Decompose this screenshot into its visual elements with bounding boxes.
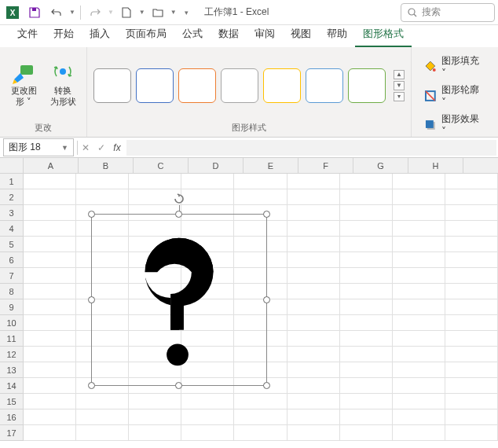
row-header[interactable]: 17 — [0, 425, 24, 441]
cell[interactable] — [393, 174, 445, 189]
cell[interactable] — [393, 347, 445, 362]
fx-icon[interactable]: fx — [109, 142, 125, 153]
shape-effects-button[interactable]: 图形效果 ˅ — [423, 112, 487, 138]
cell[interactable] — [393, 331, 445, 347]
row-header[interactable]: 12 — [0, 347, 24, 362]
cell[interactable] — [340, 252, 393, 268]
cell[interactable] — [24, 394, 76, 409]
tab-view[interactable]: 视图 — [283, 22, 319, 47]
row-header[interactable]: 10 — [0, 315, 24, 331]
cell[interactable] — [234, 409, 287, 425]
cell[interactable] — [393, 315, 445, 331]
cell[interactable] — [287, 205, 340, 221]
new-file-icon[interactable] — [117, 3, 136, 22]
cell[interactable] — [287, 189, 340, 205]
redo-icon[interactable] — [86, 3, 104, 22]
cell[interactable] — [340, 237, 393, 252]
col-header[interactable]: E — [244, 158, 298, 173]
cell[interactable] — [234, 425, 287, 441]
shape-style-5[interactable] — [263, 68, 301, 103]
row-header[interactable]: 7 — [0, 268, 24, 284]
cell[interactable] — [393, 237, 445, 252]
col-header[interactable]: C — [134, 158, 189, 173]
cell[interactable] — [24, 299, 76, 315]
col-header[interactable]: A — [24, 158, 79, 173]
qat-customize-icon[interactable]: ▾ — [185, 9, 189, 17]
excel-icon[interactable]: X — [3, 3, 22, 22]
save-icon[interactable] — [25, 3, 44, 22]
cell[interactable] — [76, 394, 129, 409]
cell[interactable] — [340, 347, 393, 362]
tab-file[interactable]: 文件 — [9, 22, 46, 47]
row-header[interactable]: 11 — [0, 331, 24, 347]
resize-handle-e[interactable] — [263, 296, 270, 303]
row-header[interactable]: 6 — [0, 252, 24, 268]
cell[interactable] — [340, 425, 393, 441]
cell[interactable] — [340, 284, 393, 299]
cell[interactable] — [445, 394, 498, 409]
cell[interactable] — [340, 189, 393, 205]
cell[interactable] — [24, 425, 76, 441]
open-icon[interactable] — [148, 3, 167, 22]
cell[interactable] — [393, 394, 445, 409]
col-header[interactable]: B — [79, 158, 134, 173]
tab-review[interactable]: 审阅 — [247, 22, 283, 47]
cell[interactable] — [287, 237, 340, 252]
cell[interactable] — [340, 299, 393, 315]
cell[interactable] — [287, 174, 340, 189]
convert-shape-button[interactable]: 转换 为形状 — [46, 61, 80, 109]
cell[interactable] — [24, 252, 76, 268]
cell[interactable] — [24, 315, 76, 331]
new-dropdown-icon[interactable]: ▼ — [139, 9, 145, 16]
cell[interactable] — [445, 299, 498, 315]
cell[interactable] — [393, 362, 445, 378]
cell[interactable] — [340, 362, 393, 378]
cell[interactable] — [445, 331, 498, 347]
formula-input[interactable] — [126, 140, 496, 156]
cell[interactable] — [24, 284, 76, 299]
question-mark-shape[interactable] — [92, 215, 266, 385]
cell[interactable] — [393, 189, 445, 205]
row-header[interactable]: 8 — [0, 284, 24, 299]
style-nav-more-icon[interactable]: ▾ — [394, 92, 405, 101]
cell[interactable] — [445, 284, 498, 299]
cell[interactable] — [445, 205, 498, 221]
cell[interactable] — [24, 268, 76, 284]
cell[interactable] — [340, 174, 393, 189]
cell[interactable] — [287, 362, 340, 378]
cell[interactable] — [76, 174, 129, 189]
cell[interactable] — [24, 205, 76, 221]
cell[interactable] — [393, 268, 445, 284]
cell[interactable] — [24, 237, 76, 252]
tab-home[interactable]: 开始 — [46, 22, 82, 47]
name-box[interactable]: 图形 18 ▼ — [3, 138, 74, 156]
cell[interactable] — [445, 221, 498, 237]
resize-handle-se[interactable] — [263, 382, 270, 389]
cell[interactable] — [445, 252, 498, 268]
col-header[interactable]: G — [353, 158, 408, 173]
cell[interactable] — [340, 221, 393, 237]
cell[interactable] — [393, 299, 445, 315]
resize-handle-w[interactable] — [88, 296, 95, 303]
cell[interactable] — [445, 347, 498, 362]
cell[interactable] — [340, 394, 393, 409]
row-header[interactable]: 4 — [0, 221, 24, 237]
cell[interactable] — [445, 362, 498, 378]
cell[interactable] — [287, 299, 340, 315]
tab-data[interactable]: 数据 — [211, 22, 247, 47]
shape-style-3[interactable] — [178, 68, 216, 103]
cell[interactable] — [287, 221, 340, 237]
row-header[interactable]: 13 — [0, 362, 24, 378]
col-header[interactable]: H — [408, 158, 463, 173]
cell[interactable] — [181, 189, 234, 205]
cell[interactable] — [234, 174, 287, 189]
select-all-corner[interactable] — [0, 158, 24, 173]
col-header[interactable]: D — [189, 158, 244, 173]
cancel-formula-icon[interactable]: ✕ — [78, 142, 93, 153]
cell[interactable] — [24, 347, 76, 362]
cell[interactable] — [445, 378, 498, 394]
row-header[interactable]: 1 — [0, 174, 24, 189]
cell[interactable] — [24, 221, 76, 237]
cell[interactable] — [24, 409, 76, 425]
shape-selection[interactable] — [91, 214, 267, 386]
